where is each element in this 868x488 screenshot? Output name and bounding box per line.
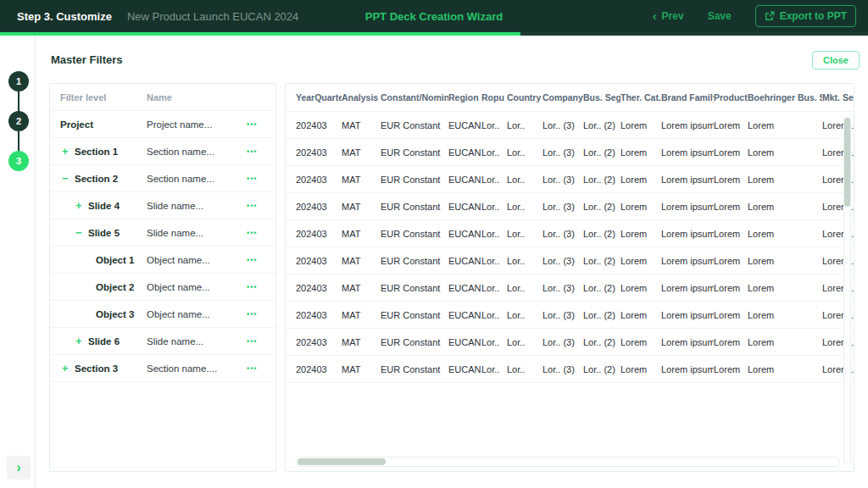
tree-row-name-field[interactable]: Slide name... (147, 201, 247, 211)
table-cell: EUCAN (448, 229, 481, 239)
tree-row-name-field[interactable]: Object name... (147, 309, 247, 319)
tree-row[interactable]: + Section 3 Section name.... ••• (50, 355, 275, 382)
row-menu-icon[interactable]: ••• (247, 120, 275, 129)
table-cell: Lorem (714, 337, 748, 347)
row-menu-icon[interactable]: ••• (247, 337, 275, 346)
table-cell: 202403 (286, 256, 342, 266)
prev-button[interactable]: ‹ Prev (653, 10, 684, 22)
table-cell: EUCAN (448, 310, 481, 320)
expand-collapse-icon[interactable]: + (75, 199, 88, 212)
step-1-indicator[interactable]: 1 (8, 71, 29, 92)
table-cell: Lorem (620, 175, 661, 185)
row-menu-icon[interactable]: ••• (247, 283, 275, 291)
row-menu-icon[interactable]: ••• (247, 147, 275, 156)
expand-collapse-icon[interactable]: + (62, 145, 75, 158)
step-title: Step 3. Customize (17, 10, 112, 23)
save-button-label: Save (708, 10, 732, 22)
vertical-scrollbar-thumb[interactable] (844, 118, 850, 207)
tree-column-name: Name (147, 92, 275, 103)
tree-row[interactable]: Object 2 Object name... ••• (50, 274, 275, 301)
tree-row-name-field[interactable]: Slide name... (147, 228, 247, 238)
table-cell: Lor.. (481, 256, 507, 266)
table-column-header: Product (714, 92, 748, 103)
save-button[interactable]: Save (708, 10, 732, 22)
table-cell: Lor.. (2) (583, 283, 620, 293)
tree-row-label-cell: Object 3 (50, 309, 147, 319)
table-cell: Lor.. (3) (542, 337, 583, 347)
table-cell: EUCAN (448, 120, 481, 130)
table-cell: Lorem (620, 364, 661, 374)
table-cell: Lorem (620, 147, 661, 158)
tree-rows: Project Project name... ••• + Section 1 … (50, 111, 275, 382)
tree-row-label-cell: − Slide 5 (50, 226, 147, 239)
row-menu-icon[interactable]: ••• (247, 256, 275, 264)
wizard-progress-track (0, 32, 868, 36)
step-2-indicator[interactable]: 2 (8, 111, 29, 131)
table-cell: Lor.. (3) (542, 229, 583, 239)
vertical-scrollbar[interactable] (843, 117, 851, 464)
row-menu-icon[interactable]: ••• (247, 364, 275, 373)
expand-collapse-icon[interactable]: + (62, 362, 75, 374)
table-cell: Lor.. (481, 283, 507, 293)
table-cell: Lor.. (507, 283, 542, 293)
expand-collapse-icon[interactable]: − (75, 226, 88, 239)
row-menu-icon[interactable]: ••• (247, 175, 275, 183)
table-cell: Lorem (748, 364, 822, 374)
row-menu-icon[interactable]: ••• (247, 229, 275, 237)
tree-row[interactable]: + Section 1 Section name... ••• (50, 138, 275, 165)
tree-row-name-field[interactable]: Project name... (147, 119, 247, 130)
tree-row-label-cell: Project (50, 119, 147, 130)
tree-row[interactable]: − Slide 5 Slide name... ••• (50, 219, 275, 247)
table-cell: Lorem (748, 120, 822, 130)
tree-row-label: Slide 5 (88, 228, 120, 238)
chevron-left-icon: ‹ (653, 10, 657, 22)
tree-row[interactable]: Object 3 Object name... ••• (50, 301, 275, 328)
table-cell: Lorem (714, 364, 748, 374)
tree-row-name-field[interactable]: Object name... (147, 255, 247, 265)
wizard-progress-fill (0, 32, 520, 36)
close-button[interactable]: Close (812, 51, 860, 69)
tree-row-label-cell: + Section 3 (50, 362, 147, 374)
tree-row[interactable]: − Section 2 Section name... ••• (50, 165, 275, 192)
table-cell: Lor.. (481, 310, 507, 320)
table-cell: Lorem (620, 229, 661, 239)
table-cell: Lorem (748, 337, 822, 347)
tree-row-name-field[interactable]: Section name... (147, 174, 247, 184)
export-to-ppt-button[interactable]: Export to PPT (755, 5, 856, 27)
step-3-indicator[interactable]: 3 (8, 151, 29, 171)
table-row: 202403MATEUR ConstantEUCANLor..Lor..Lor.… (286, 193, 854, 220)
table-cell: Lor.. (481, 147, 507, 158)
tree-row-name-field[interactable]: Slide name... (147, 336, 247, 347)
tree-row[interactable]: Project Project name... ••• (50, 111, 275, 138)
tree-row-name-field[interactable]: Object name... (147, 282, 247, 292)
horizontal-scrollbar[interactable] (296, 457, 840, 467)
row-menu-icon[interactable]: ••• (247, 202, 275, 210)
table-cell: MAT (342, 256, 381, 266)
table-cell: Lorem (620, 120, 661, 130)
table-column-header: Bus. Seg. (583, 92, 620, 103)
tree-row-name-field[interactable]: Section name... (147, 147, 247, 157)
table-cell: Lorem (620, 283, 661, 293)
table-cell: EUCAN (448, 256, 481, 266)
topbar-actions: ‹ Prev Save Export to PPT (653, 0, 856, 32)
expand-collapse-icon[interactable]: − (62, 172, 75, 185)
table-row: 202403MATEUR ConstantEUCANLor..Lor..Lor.… (286, 166, 854, 193)
table-cell: 202403 (286, 283, 342, 293)
table-cell: Lor.. (507, 120, 542, 130)
filter-tree-panel: Filter level Name Project Project name..… (49, 83, 276, 472)
table-cell: Lorem ipsum (661, 175, 714, 185)
tree-row[interactable]: + Slide 6 Slide name... ••• (50, 328, 275, 355)
expand-sidebar-button[interactable]: › (7, 456, 31, 480)
expand-collapse-icon[interactable]: + (75, 335, 88, 347)
row-menu-icon[interactable]: ••• (247, 310, 275, 319)
tree-row-label-cell: + Slide 4 (50, 199, 147, 212)
tree-row-label-cell: − Section 2 (50, 172, 147, 185)
tree-row[interactable]: Object 1 Object name... ••• (50, 247, 275, 274)
table-cell: Lor.. (3) (542, 147, 583, 158)
tree-row-name-field[interactable]: Section name.... (147, 363, 247, 374)
table-cell: Lor.. (507, 310, 542, 320)
table-cell: EUR Constant (381, 310, 448, 320)
table-cell: Lorem ipsum (661, 364, 714, 374)
horizontal-scrollbar-thumb[interactable] (298, 458, 386, 465)
tree-row[interactable]: + Slide 4 Slide name... ••• (50, 192, 275, 219)
